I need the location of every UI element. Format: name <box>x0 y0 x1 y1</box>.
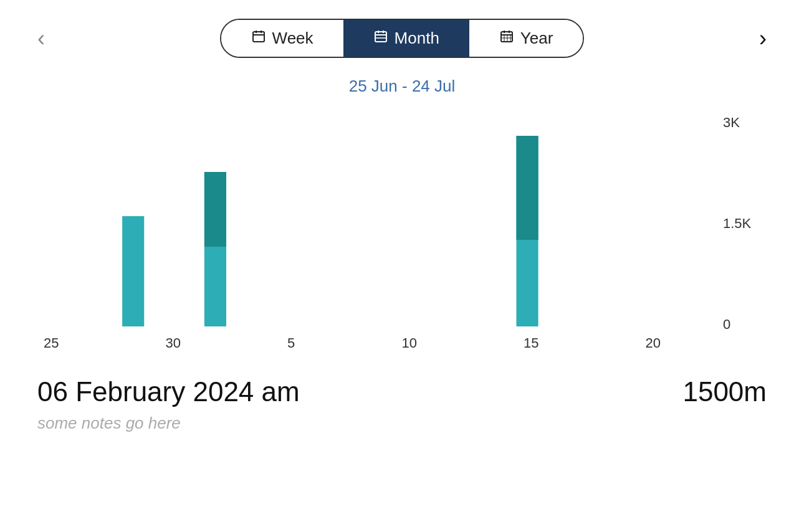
tab-group: Week Month <box>220 19 585 58</box>
bottom-info: 06 February 2024 am some notes go here 1… <box>0 351 804 445</box>
tab-month-label: Month <box>395 29 439 48</box>
chart-container: 25 30 5 10 15 20 3K 1.5K 0 <box>37 115 767 351</box>
entry-value: 1500m <box>682 376 767 407</box>
y-label-15k: 1.5K <box>723 216 751 232</box>
x-axis: 25 30 5 10 15 20 <box>37 335 667 351</box>
x-label-5: 5 <box>287 335 295 351</box>
svg-rect-4 <box>375 32 386 42</box>
tab-week-label: Week <box>272 29 313 48</box>
x-label-15: 15 <box>524 335 538 351</box>
prev-button[interactable]: ‹ <box>37 26 45 52</box>
y-axis: 3K 1.5K 0 <box>723 115 767 351</box>
x-label-30: 30 <box>166 335 181 351</box>
week-calendar-icon <box>251 29 266 48</box>
svg-rect-17 <box>122 216 144 326</box>
x-label-25: 25 <box>44 335 59 351</box>
entry-date: 06 February 2024 am <box>37 376 300 407</box>
x-label-20: 20 <box>646 335 661 351</box>
date-range: 25 Jun - 24 Jul <box>0 77 804 96</box>
svg-rect-0 <box>253 32 264 42</box>
chart-inner: 25 30 5 10 15 20 <box>37 115 717 351</box>
y-label-3k: 3K <box>723 115 740 131</box>
month-calendar-icon <box>373 29 388 48</box>
year-calendar-icon <box>499 29 514 48</box>
bottom-left: 06 February 2024 am some notes go here <box>37 376 300 433</box>
next-button[interactable]: › <box>759 26 767 52</box>
svg-rect-19 <box>204 172 226 247</box>
tab-year-label: Year <box>520 29 553 48</box>
svg-rect-21 <box>516 136 538 240</box>
entry-notes: some notes go here <box>37 414 300 433</box>
bottom-right: 1500m <box>682 376 767 407</box>
tab-year[interactable]: Year <box>469 20 583 57</box>
nav-row: ‹ Week <box>0 0 804 70</box>
tab-month[interactable]: Month <box>343 20 469 57</box>
tab-week[interactable]: Week <box>221 20 343 57</box>
y-label-0: 0 <box>723 316 730 333</box>
x-label-10: 10 <box>401 335 416 351</box>
chart-svg <box>37 115 667 326</box>
